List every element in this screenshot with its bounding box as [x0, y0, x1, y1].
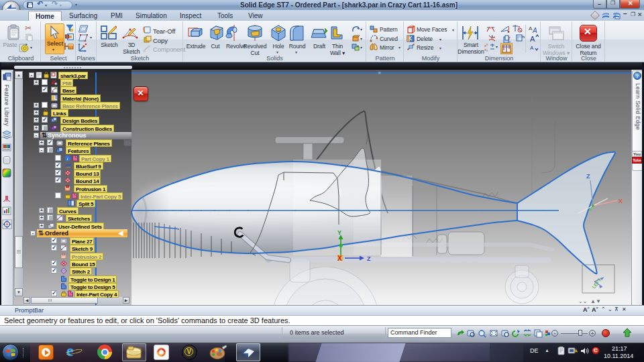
svg-text:⌄⌄: ⌄⌄ [578, 298, 587, 304]
svg-text:▲▼: ▲▼ [590, 298, 601, 304]
svg-text:Y: Y [337, 229, 341, 236]
svg-text:x: x [490, 25, 492, 29]
svg-text:X: X [337, 255, 342, 262]
svg-text:↹: ↹ [522, 35, 525, 39]
svg-text:x₀: x₀ [484, 48, 488, 52]
svg-text:X: X [619, 198, 623, 204]
svg-text:A: A [530, 35, 535, 42]
svg-text:A: A [530, 45, 534, 51]
svg-text:i: i [67, 156, 68, 162]
svg-text:Z: Z [586, 173, 590, 180]
svg-text:A: A [532, 27, 537, 34]
svg-text:Z: Z [367, 255, 371, 262]
